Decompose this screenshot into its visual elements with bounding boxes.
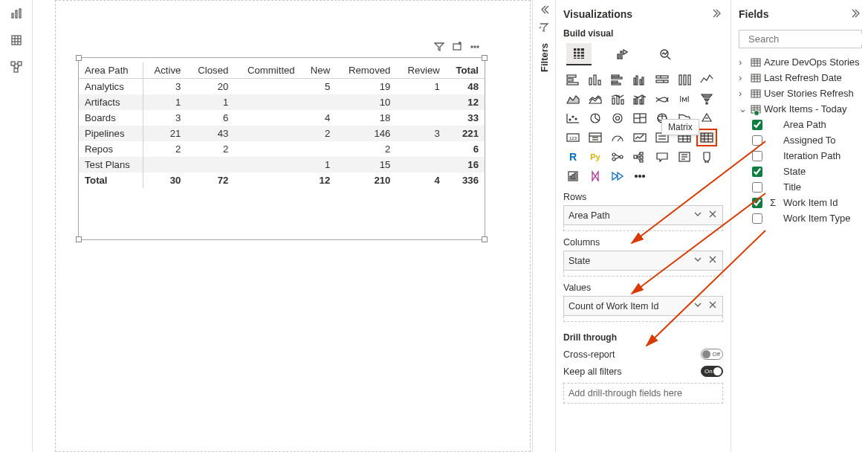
table-row[interactable]: Boards3641833 [79,110,485,126]
cross-report-toggle[interactable]: Off [701,349,723,360]
format-visual-tab[interactable] [609,43,635,65]
azure-map-icon[interactable] [697,110,716,126]
hundred-stacked-column-icon[interactable] [675,71,694,88]
canvas-page[interactable]: Area PathActiveClosedCommittedNewRemoved… [55,0,531,452]
table-row[interactable]: Test Plans11516 [79,157,485,172]
power-apps-icon[interactable] [586,168,605,184]
values-well[interactable]: Count of Work Item Id [563,296,723,316]
more-options-icon[interactable] [470,42,480,52]
filter-icon[interactable] [434,42,444,52]
build-visual-tab[interactable] [566,43,592,65]
python-visual-icon[interactable]: Py [586,149,605,165]
table-row[interactable]: Repos2226 [79,141,485,157]
search-input[interactable] [748,33,868,45]
field-checkbox[interactable] [752,182,762,193]
key-influencers-icon[interactable] [608,149,627,165]
fields-search-box[interactable] [739,30,862,48]
table-row[interactable]: Analytics320519148 [79,79,485,95]
stacked-bar-icon[interactable] [563,71,583,88]
resize-handle-bl[interactable] [76,236,82,242]
field-checkbox[interactable] [752,167,762,177]
clustered-column-icon[interactable] [630,71,650,88]
report-canvas[interactable]: Area PathActiveClosedCommittedNewRemoved… [33,0,532,452]
ribbon-chart-icon[interactable] [652,91,672,107]
focus-mode-icon[interactable] [452,42,462,52]
funnel-icon[interactable] [697,91,716,107]
report-view-icon[interactable] [9,6,24,21]
column-header[interactable]: Area Path [79,62,143,79]
power-automate-icon[interactable] [608,168,627,184]
collapse-viz-icon[interactable] [713,8,723,21]
multi-row-card-icon[interactable] [586,129,605,146]
column-header[interactable]: Total [446,62,485,79]
r-visual-icon[interactable]: R [563,149,583,165]
smart-narrative-icon[interactable] [675,149,694,165]
column-header[interactable]: Closed [187,62,234,79]
data-view-icon[interactable] [9,33,24,48]
chevron-down-icon[interactable] [693,300,703,312]
waterfall-icon[interactable]: lᴍl [675,91,694,107]
remove-columns-icon[interactable] [707,254,718,267]
resize-handle-tr[interactable] [482,55,488,61]
column-header[interactable]: Removed [336,62,396,79]
qa-visual-icon[interactable] [652,149,672,165]
decomposition-tree-icon[interactable] [630,149,650,165]
resize-handle-br[interactable] [482,236,488,242]
matrix-viz-icon[interactable] [697,129,716,146]
matrix-visual[interactable]: Area PathActiveClosedCommittedNewRemoved… [78,57,485,240]
expand-filters-icon[interactable] [539,4,549,15]
line-chart-icon[interactable] [697,71,716,88]
analytics-tab[interactable] [652,43,678,65]
table-tree-item[interactable]: Azure DevOps Stories -... [739,54,862,70]
stacked-area-icon[interactable] [586,91,605,107]
table-tree-item[interactable]: Work Items - Today [739,101,862,117]
treemap-icon[interactable] [630,110,650,126]
card-icon[interactable]: 123 [563,129,583,146]
resize-handle-tl[interactable] [76,55,82,61]
field-item[interactable]: Work Item Type [739,210,862,226]
chevron-down-icon[interactable] [693,209,703,222]
area-chart-icon[interactable] [563,91,583,107]
hundred-stacked-bar-icon[interactable] [652,71,672,88]
table-tree-item[interactable]: Last Refresh Date [739,70,862,85]
table-row[interactable]: Artifacts111012 [79,94,485,110]
column-header[interactable]: New [301,62,337,79]
field-item[interactable]: Assigned To [739,132,862,148]
rows-well[interactable]: Area Path [563,205,723,225]
column-header[interactable]: Committed [234,62,300,79]
column-header[interactable]: Review [396,62,445,79]
line-stacked-column-icon[interactable] [608,91,627,107]
line-clustered-column-icon[interactable] [630,91,650,107]
field-item[interactable]: Area Path [739,117,862,132]
keep-all-filters-toggle[interactable]: On [701,366,723,377]
kpi-icon[interactable] [630,129,650,146]
drill-through-fields-well[interactable]: Add drill-through fields here [563,383,723,404]
filter-funnel-icon[interactable] [539,22,549,33]
columns-well[interactable]: State [563,251,723,271]
field-item[interactable]: Iteration Path [739,148,862,164]
field-checkbox[interactable] [752,198,762,208]
field-checkbox[interactable] [752,213,762,224]
field-checkbox[interactable] [752,135,762,146]
collapse-fields-icon[interactable] [852,8,862,21]
field-checkbox[interactable] [752,120,762,130]
remove-values-icon[interactable] [707,300,718,312]
stacked-column-icon[interactable] [586,71,605,88]
chevron-down-icon[interactable] [693,254,703,267]
pie-icon[interactable] [586,110,605,126]
gauge-icon[interactable] [608,129,627,146]
table-row[interactable]: Pipelines214321463221 [79,126,485,141]
more-visuals-icon[interactable] [630,168,650,184]
table-tree-item[interactable]: User Stories Refresh [739,85,862,101]
donut-icon[interactable] [608,110,627,126]
column-header[interactable]: Active [143,62,187,79]
field-item[interactable]: ΣWork Item Id [739,195,862,210]
field-item[interactable]: State [739,164,862,179]
remove-rows-icon[interactable] [707,209,718,222]
model-view-icon[interactable] [9,59,24,74]
field-checkbox[interactable] [752,151,762,161]
clustered-bar-icon[interactable] [608,71,627,88]
field-item[interactable]: Title [739,179,862,195]
scatter-icon[interactable] [563,110,583,126]
goals-icon[interactable] [697,149,716,165]
